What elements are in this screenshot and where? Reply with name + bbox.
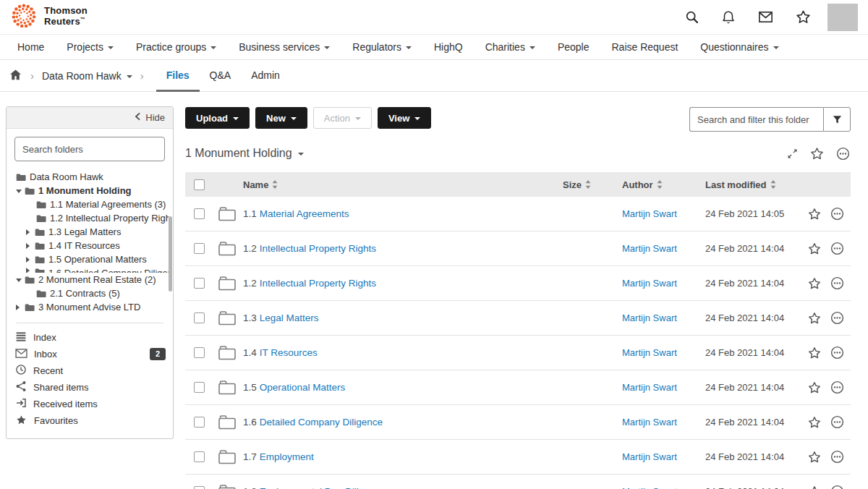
sidebar-item-index[interactable]: Index (15, 329, 166, 346)
row-checkbox[interactable] (194, 312, 205, 323)
folder-name-link[interactable]: Environmental Due Diligence (260, 486, 386, 489)
more-options-icon[interactable] (830, 414, 845, 430)
collapse-arrow-icon[interactable] (16, 277, 25, 282)
tree-folder-3-monument-advise-ltd[interactable]: 3 Monument Advise LTD (16, 300, 169, 314)
sidebar-item-favourites[interactable]: Favourites (15, 412, 166, 429)
favourites-star-icon[interactable] (795, 9, 812, 25)
more-options-icon[interactable] (830, 310, 845, 326)
folder-name-link[interactable]: Operational Matters (260, 382, 346, 393)
author-link[interactable]: Martijn Swart (622, 417, 705, 428)
column-header-author[interactable]: Author (622, 179, 705, 190)
expand-arrow-icon[interactable] (26, 229, 35, 235)
tree-folder-1-6-detailed-company-diligence[interactable]: 1.6 Detailed Company Diligence (16, 266, 169, 273)
row-checkbox[interactable] (194, 243, 205, 254)
search-icon[interactable] (684, 9, 699, 25)
tab-q-a[interactable]: Q&A (200, 60, 242, 92)
tree-folder-2-monument-real-estate-2[interactable]: 2 Monument Real Estate (2) (16, 273, 169, 286)
user-avatar[interactable] (827, 4, 858, 31)
nav-item-charities[interactable]: Charities (485, 41, 535, 53)
favourite-star-icon[interactable] (807, 346, 822, 360)
more-options-icon[interactable] (830, 345, 845, 360)
favourite-star-icon[interactable] (807, 485, 822, 489)
tree-folder-data-room-hawk[interactable]: Data Room Hawk (16, 170, 169, 184)
new-button[interactable]: New (255, 107, 307, 129)
author-link[interactable]: Martijn Swart (622, 382, 705, 393)
favourite-star-icon[interactable] (807, 415, 822, 430)
author-link[interactable]: Martijn Swart (622, 208, 705, 219)
more-options-icon[interactable] (830, 241, 845, 256)
folder-name-link[interactable]: Intellectual Property Rights (260, 278, 376, 289)
row-checkbox[interactable] (194, 382, 205, 393)
nav-item-questionnaires[interactable]: Questionnaires (700, 41, 778, 53)
nav-item-projects[interactable]: Projects (67, 41, 114, 53)
more-options-icon[interactable] (830, 449, 845, 464)
author-link[interactable]: Martijn Swart (622, 486, 705, 489)
favourite-star-icon[interactable] (807, 311, 822, 326)
current-folder-title[interactable]: 1 Monument Holding (185, 147, 304, 160)
more-options-icon[interactable] (830, 380, 845, 395)
tree-folder-1-2-intellectual-property-rights[interactable]: 1.2 Intellectual Property Rights (16, 211, 169, 225)
folder-name-link[interactable]: Intellectual Property Rights (260, 243, 376, 254)
filter-button[interactable] (823, 107, 851, 132)
notifications-bell-icon[interactable] (720, 9, 736, 25)
messages-envelope-icon[interactable] (757, 9, 774, 25)
tree-folder-2-1-contracts-5[interactable]: 2.1 Contracts (5) (16, 286, 169, 300)
column-header-name[interactable]: Name (243, 179, 563, 190)
author-link[interactable]: Martijn Swart (622, 312, 705, 323)
more-options-icon[interactable] (830, 206, 845, 221)
favourite-star-icon[interactable] (807, 450, 822, 464)
tree-scrollbar[interactable] (169, 216, 172, 292)
expand-arrow-icon[interactable] (26, 257, 35, 263)
row-checkbox[interactable] (194, 451, 205, 462)
folder-name-link[interactable]: Employment (260, 451, 314, 462)
folder-name-link[interactable]: Material Agreements (260, 208, 349, 219)
sidebar-item-received-items[interactable]: Received items (15, 396, 166, 412)
row-checkbox[interactable] (194, 486, 205, 489)
nav-item-raise-request[interactable]: Raise Request (612, 41, 678, 53)
nav-item-people[interactable]: People (558, 41, 590, 53)
expand-arrow-icon[interactable] (16, 305, 25, 310)
upload-button[interactable]: Upload (185, 107, 250, 129)
tree-folder-1-monument-holding[interactable]: 1 Monument Holding (16, 184, 169, 197)
column-header-size[interactable]: Size (563, 179, 622, 190)
thomson-reuters-logo[interactable]: Thomson Reuters™ (10, 2, 88, 33)
tree-folder-1-3-legal-matters[interactable]: 1.3 Legal Matters (16, 225, 169, 239)
author-link[interactable]: Martijn Swart (622, 243, 705, 254)
nav-item-regulators[interactable]: Regulators (352, 41, 412, 53)
favourite-star-icon[interactable] (807, 207, 822, 221)
author-link[interactable]: Martijn Swart (622, 451, 705, 462)
row-checkbox[interactable] (194, 278, 205, 289)
favourite-star-icon[interactable] (807, 380, 822, 395)
tree-folder-1-4-it-resources[interactable]: 1.4 IT Resources (16, 239, 169, 252)
row-checkbox[interactable] (194, 208, 205, 219)
expand-arrow-icon[interactable] (26, 268, 35, 273)
sidebar-item-shared-items[interactable]: Shared items (15, 379, 166, 396)
tree-folder-1-1-material-agreements-3[interactable]: 1.1 Material Agreements (3) (16, 197, 169, 211)
folder-name-link[interactable]: Legal Matters (260, 312, 319, 323)
favourite-star-icon[interactable] (807, 242, 822, 256)
expand-fullscreen-icon[interactable] (786, 148, 799, 160)
row-checkbox[interactable] (194, 417, 205, 428)
folder-name-link[interactable]: Detailed Company Diligence (260, 417, 383, 428)
favourite-folder-star-icon[interactable] (809, 146, 825, 161)
author-link[interactable]: Martijn Swart (622, 347, 705, 358)
more-options-icon[interactable] (830, 484, 845, 489)
hide-sidebar-button[interactable]: Hide (7, 107, 173, 129)
nav-item-business-services[interactable]: Business services (239, 41, 330, 53)
tab-admin[interactable]: Admin (241, 60, 290, 92)
more-options-icon[interactable] (830, 276, 845, 291)
tree-folder-1-5-operational-matters[interactable]: 1.5 Operational Matters (16, 252, 169, 266)
folder-name-link[interactable]: IT Resources (260, 347, 318, 358)
tab-files[interactable]: Files (156, 60, 200, 92)
expand-arrow-icon[interactable] (26, 243, 35, 249)
row-checkbox[interactable] (194, 347, 205, 358)
column-header-modified[interactable]: Last modified (705, 179, 807, 190)
author-link[interactable]: Martijn Swart (622, 278, 705, 289)
nav-item-highq[interactable]: HighQ (434, 41, 463, 53)
select-all-checkbox[interactable] (194, 179, 205, 190)
folder-search-input[interactable] (689, 107, 823, 132)
favourite-star-icon[interactable] (807, 276, 822, 291)
nav-item-home[interactable]: Home (17, 41, 44, 53)
search-folders-input[interactable] (14, 137, 165, 161)
home-icon[interactable] (9, 68, 22, 84)
